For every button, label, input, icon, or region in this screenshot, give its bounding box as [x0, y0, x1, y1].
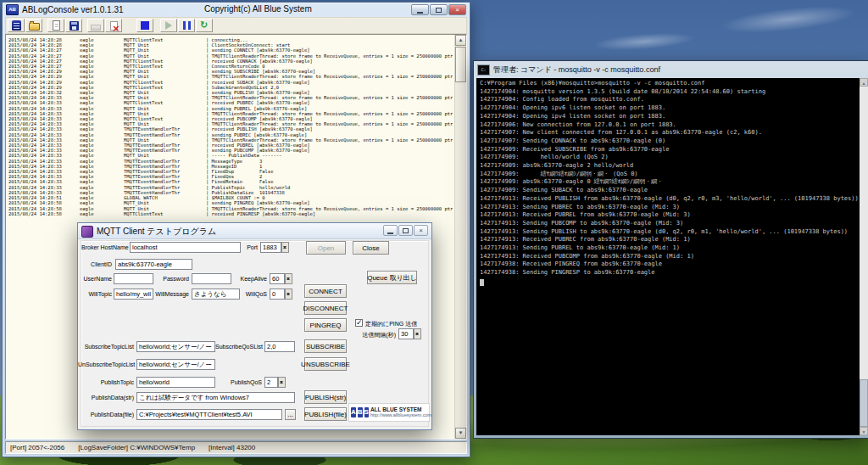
dialog-titlebar[interactable]: MQTT Client テストプログラム × [78, 223, 431, 239]
publish-str-button[interactable]: PUBLISH(str) [304, 390, 347, 404]
clientid-input[interactable] [115, 259, 192, 270]
subscribe-button[interactable]: SUBSCRIBE [304, 339, 347, 353]
abs-logo-letter: A [351, 407, 356, 417]
cmd-titlebar[interactable]: C: 管理者: コマンド - mosquitto -v -c mosquitto… [474, 61, 868, 77]
willqos-input[interactable] [270, 289, 285, 300]
console-line: C:¥Program Files (x86)¥mosquitto>mosquit… [480, 80, 858, 88]
keepalive-input[interactable] [270, 273, 285, 284]
print-button[interactable] [87, 19, 104, 32]
new-page-button[interactable] [47, 19, 64, 32]
username-input[interactable] [114, 273, 153, 284]
publish-file-label: PublishData(file) [78, 412, 134, 417]
console-line: 1427174906: New connection from 127.0.0.… [480, 121, 858, 130]
scroll-up-icon[interactable]: ▲ [860, 78, 868, 87]
ping-checkbox-label: 定期的にPING 送信 [365, 320, 417, 328]
scroll-up-icon[interactable]: ▲ [455, 35, 466, 46]
play-icon [165, 21, 172, 30]
maximize-button[interactable] [430, 4, 448, 15]
unsubscribe-topic-label: UnSubscribeTopicList [78, 361, 134, 367]
cmd-scrollbar-thumb[interactable] [860, 379, 868, 427]
log-icon [12, 20, 21, 31]
refresh-button[interactable] [196, 19, 213, 32]
new-page-icon [53, 20, 60, 31]
log-lines: 2015/08/24 14:28:28eagleMQTTClientTest| … [8, 37, 453, 216]
ablogconsole-titlebar[interactable]: AB ABLogConsole ver1.0.1.31 Copyright(c)… [3, 3, 470, 16]
dialog-minimize-button[interactable] [383, 225, 398, 236]
console-line: 1427174913: Sending PUBCOMP to abs9k:637… [480, 220, 858, 228]
cmd-console[interactable]: C:¥Program Files (x86)¥mosquitto>mosquit… [476, 78, 868, 435]
ablogconsole-toolbar [5, 17, 467, 34]
subscribe-qos-input[interactable] [264, 341, 295, 352]
open-button[interactable]: Open [306, 241, 346, 255]
pause-button[interactable] [178, 19, 195, 32]
console-line: 1427174909: Received SUBSCRIBE from abs9… [480, 146, 858, 154]
status-bar: [Port] 2057<-2056 [LogSaveFolder] C:¥WIN… [5, 441, 467, 454]
cmd-title: 管理者: コマンド - mosquitto -v -c mosquitto.co… [493, 64, 660, 76]
pingreq-button[interactable]: PINGREQ [304, 318, 347, 332]
console-line: 1427174904: Opening ipv4 listen socket o… [480, 113, 858, 121]
abs-logo-letter: S [364, 407, 369, 417]
console-line: 1427174904: Opening ipv6 listen socket o… [480, 104, 858, 113]
keepalive-stepper[interactable] [285, 273, 292, 284]
refresh-icon [199, 20, 209, 31]
connect-button[interactable]: CONNECT [304, 284, 347, 298]
scrollbar-thumb[interactable] [455, 47, 466, 82]
close-button[interactable]: × [448, 4, 466, 15]
publish-qos-input[interactable] [264, 377, 278, 388]
broker-hostname-input[interactable] [130, 242, 241, 253]
console-line: 1427174913: Received PUBLISH from abs9k:… [480, 195, 858, 204]
console-line: 1427174913: Received PUBCOMP from abs9k:… [480, 253, 858, 261]
minimize-button[interactable] [411, 4, 429, 15]
publish-file-button[interactable]: PUBLISH(file) [304, 407, 347, 421]
queue-button[interactable]: Queue 取り出し [367, 271, 417, 284]
port-stepper[interactable] [281, 242, 289, 253]
clientid-label: ClientID [78, 261, 112, 267]
console-line: 1427174907: Sending CONNACK to abs9k:637… [480, 137, 858, 146]
publish-topic-input[interactable] [136, 377, 215, 388]
delete-button[interactable] [105, 19, 122, 32]
console-line: 1427174938: Sending PINGRESP to abs9k:63… [480, 269, 858, 277]
disconnect-button[interactable]: DISCONNECT [304, 301, 347, 315]
console-line: 1427174938: Received PINGREQ from abs9k:… [480, 261, 858, 269]
console-line: 1427174904: mosquitto version 1.3.5 (bui… [480, 88, 858, 97]
broker-hostname-label: Broker HostName [81, 244, 128, 250]
cmd-app-icon: C: [477, 64, 490, 76]
subscribe-topic-input[interactable] [136, 341, 215, 352]
console-cursor [480, 279, 484, 286]
dialog-maximize-button[interactable] [398, 225, 413, 236]
abs-logo-url: http://www.allbluesystem.com [370, 413, 431, 418]
ablogconsole-copyright: Copyright(c) All Blue System [204, 4, 312, 14]
open-folder-button[interactable] [25, 19, 42, 32]
save-icon [70, 21, 79, 31]
interval-input[interactable] [398, 328, 414, 339]
publish-str-input[interactable] [136, 392, 295, 403]
dialog-close-button[interactable]: × [414, 225, 428, 236]
scroll-down-icon[interactable]: ▼ [860, 427, 868, 435]
log-button[interactable] [8, 19, 25, 32]
scroll-down-icon[interactable]: ▼ [455, 428, 466, 439]
close-button-dialog[interactable]: Close [353, 241, 389, 255]
subscribe-topic-label: SubscribeTopicList [78, 344, 134, 350]
keepalive-label: KeepAlive [236, 276, 267, 282]
console-line: 1427174913: Sending PUBREC to abs9k:6377… [480, 204, 858, 212]
interval-stepper[interactable] [414, 328, 421, 339]
stop-button[interactable] [136, 19, 153, 32]
willtopic-input[interactable] [114, 289, 153, 300]
willqos-stepper[interactable] [285, 289, 292, 300]
log-scrollbar[interactable]: ▲ ▼ [454, 35, 466, 439]
publish-topic-label: PublishTopic [78, 379, 134, 385]
unsubscribe-button[interactable]: UNSUBSCRIBE [304, 357, 347, 371]
cmd-scrollbar[interactable]: ▲ ▼ [860, 78, 868, 435]
save-button[interactable] [65, 19, 82, 32]
port-input[interactable] [260, 242, 281, 253]
publish-qos-stepper[interactable] [278, 377, 286, 388]
console-output: C:¥Program Files (x86)¥mosquitto>mosquit… [480, 80, 858, 289]
willmessage-input[interactable] [192, 289, 240, 300]
unsubscribe-topic-input[interactable] [136, 359, 215, 370]
play-button[interactable] [160, 19, 177, 32]
console-line: 1427174913: Received PUBREC from abs9k:6… [480, 236, 858, 244]
ping-interval-checkbox[interactable] [355, 319, 363, 327]
browse-button[interactable]: ... [285, 409, 296, 420]
password-input[interactable] [192, 273, 231, 284]
publish-file-input[interactable] [136, 409, 282, 420]
